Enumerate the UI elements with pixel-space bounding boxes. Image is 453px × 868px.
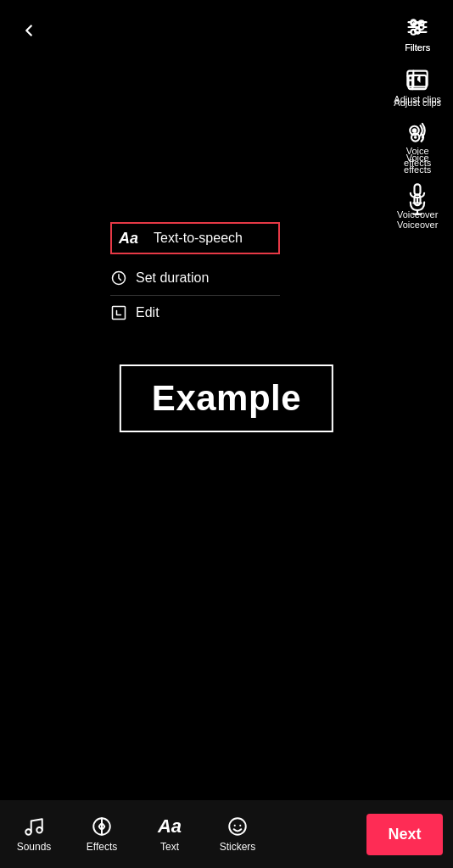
sidebar-item-adjust-clips[interactable]: Adjust clips <box>389 60 446 112</box>
nav-item-sounds[interactable]: Sounds <box>0 809 68 860</box>
back-button[interactable] <box>14 15 44 46</box>
edit-icon <box>110 304 127 321</box>
nav-item-stickers[interactable]: Stickers <box>204 809 271 860</box>
next-button[interactable]: Next <box>366 814 443 855</box>
set-duration-item[interactable]: Set duration <box>110 261 280 296</box>
filters-label: Filters <box>405 42 430 53</box>
sidebar-item-filters[interactable]: Filters <box>400 8 435 60</box>
text-nav-icon: Aa <box>158 815 182 837</box>
svg-point-31 <box>36 827 42 833</box>
context-menu: Aa Text-to-speech Set duration Edit <box>110 222 280 330</box>
svg-point-34 <box>234 825 236 826</box>
bottom-nav: Sounds Effects Aa Text Stickers <box>0 809 366 860</box>
voice-effects-label: Voice effects <box>404 146 431 168</box>
bottom-bar: Sounds Effects Aa Text Stickers <box>0 800 453 868</box>
sidebar-item-voiceover[interactable]: Voiceover <box>392 175 443 227</box>
text-aa-icon: Aa <box>112 225 145 251</box>
stickers-label: Stickers <box>220 841 256 853</box>
nav-item-text[interactable]: Aa Text <box>136 809 204 860</box>
sidebar-item-voice-effects[interactable]: Voice effects <box>399 112 436 175</box>
edit-label: Edit <box>136 305 159 320</box>
svg-point-30 <box>25 829 31 835</box>
adjust-clips-label: Adjust clips <box>394 94 441 105</box>
svg-rect-29 <box>113 307 126 320</box>
text-to-speech-item[interactable]: Aa Text-to-speech <box>110 222 280 254</box>
effects-label: Effects <box>87 841 117 853</box>
nav-item-effects[interactable]: Effects <box>68 809 136 860</box>
svg-rect-25 <box>415 184 421 195</box>
set-duration-label: Set duration <box>136 270 209 286</box>
clock-icon <box>110 270 127 287</box>
svg-point-24 <box>413 130 417 133</box>
text-to-speech-label: Text-to-speech <box>154 231 243 246</box>
example-box: Example <box>120 364 333 432</box>
text-label: Text <box>160 841 179 853</box>
voiceover-label: Voiceover <box>397 209 438 220</box>
example-text: Example <box>152 378 301 419</box>
svg-point-35 <box>239 825 241 826</box>
sounds-label: Sounds <box>17 841 52 853</box>
svg-point-33 <box>229 818 246 835</box>
edit-item[interactable]: Edit <box>110 296 280 330</box>
